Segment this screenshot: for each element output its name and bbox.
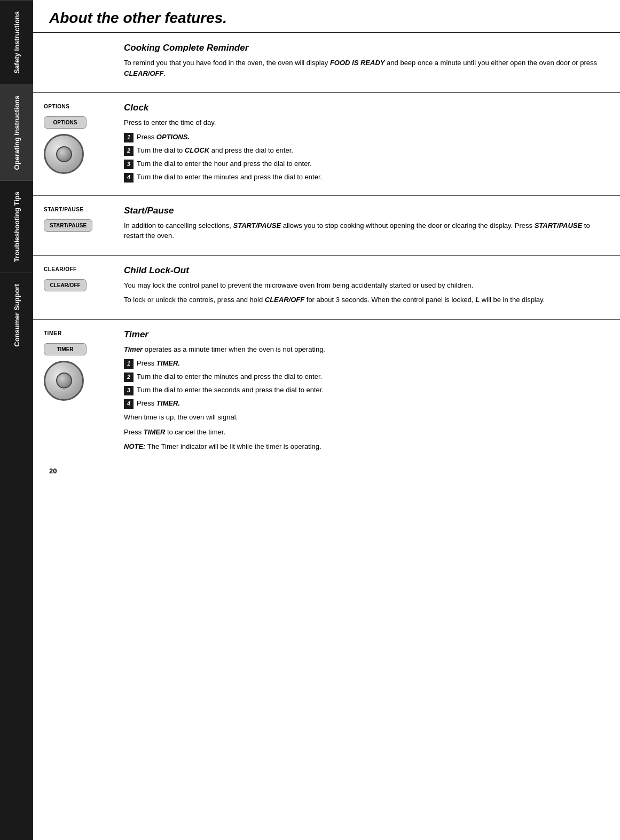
timer-step-2: 2 Turn the dial to enter the minutes and…: [124, 372, 609, 382]
timer-cancel: Press TIMER to cancel the timer.: [124, 427, 609, 438]
page-number: 20: [33, 462, 620, 480]
child-lock-para2: To lock or unlock the controls, press an…: [124, 295, 609, 305]
main-content: About the other features. Cooking Comple…: [33, 0, 620, 840]
clock-title: Clock: [124, 102, 609, 113]
cooking-complete-icon-col: [44, 43, 119, 44]
cooking-complete-title: Cooking Complete Reminder: [124, 43, 609, 53]
timer-steps: 1 Press TIMER. 2 Turn the dial to enter …: [124, 359, 609, 409]
child-lock-icon-col: CLEAR/OFF CLEAR/OFF: [44, 265, 119, 291]
clock-dial-inner: [56, 146, 72, 162]
clock-step-3: 3 Turn the dial to enter the hour and pr…: [124, 159, 609, 169]
sidebar-item-troubleshooting[interactable]: Troubleshooting Tips: [0, 180, 33, 273]
sidebar-item-operating[interactable]: Operating Instructions: [0, 84, 33, 180]
timer-step-3: 3 Turn the dial to enter the seconds and…: [124, 385, 609, 395]
timer-when-done: When time is up, the oven will signal.: [124, 412, 609, 423]
section-child-lock: CLEAR/OFF CLEAR/OFF Child Lock-Out You m…: [33, 256, 620, 320]
timer-dial-inner: [56, 373, 72, 389]
clock-steps: 1 Press OPTIONS. 2 Turn the dial to CLOC…: [124, 132, 609, 183]
section-cooking-complete: Cooking Complete Reminder To remind you …: [33, 33, 620, 93]
section-start-pause: START/PAUSE START/PAUSE Start/Pause In a…: [33, 196, 620, 256]
sidebar-item-safety[interactable]: Safety Instructions: [0, 0, 33, 84]
child-lock-para1: You may lock the control panel to preven…: [124, 280, 609, 291]
start-pause-button[interactable]: START/PAUSE: [44, 219, 92, 232]
clock-step-4: 4 Turn the dial to enter the minutes and…: [124, 172, 609, 183]
section-timer: TIMER TIMER Timer Timer operates as a mi…: [33, 320, 620, 462]
options-button-label: OPTIONS: [44, 104, 70, 109]
sidebar: Safety Instructions Operating Instructio…: [0, 0, 33, 840]
section-clock: OPTIONS OPTIONS Clock Press to enter the…: [33, 93, 620, 196]
clear-off-button-label: CLEAR/OFF: [44, 266, 77, 272]
timer-step-1: 1 Press TIMER.: [124, 359, 609, 369]
timer-note: NOTE: The Timer indicator will be lit wh…: [124, 441, 609, 452]
clear-off-button[interactable]: CLEAR/OFF: [44, 279, 87, 291]
start-pause-icon-col: START/PAUSE START/PAUSE: [44, 205, 119, 232]
cooking-complete-text: To remind you that you have food in the …: [124, 58, 609, 78]
timer-step-4: 4 Press TIMER.: [124, 399, 609, 409]
timer-button-label: TIMER: [44, 330, 62, 336]
start-pause-button-label: START/PAUSE: [44, 207, 84, 212]
options-button[interactable]: OPTIONS: [44, 116, 87, 129]
timer-intro: Timer operates as a minute timer when th…: [124, 344, 609, 355]
timer-dial[interactable]: [44, 361, 84, 401]
clock-icon-col: OPTIONS OPTIONS: [44, 102, 119, 174]
clock-step-1: 1 Press OPTIONS.: [124, 132, 609, 142]
clock-dial[interactable]: [44, 134, 84, 174]
start-pause-content: Start/Pause In addition to cancelling se…: [119, 205, 609, 245]
clock-step-2: 2 Turn the dial to CLOCK and press the d…: [124, 146, 609, 156]
page-title: About the other features.: [33, 0, 620, 33]
start-pause-title: Start/Pause: [124, 205, 609, 216]
child-lock-title: Child Lock-Out: [124, 265, 609, 276]
timer-icon-col: TIMER TIMER: [44, 329, 119, 401]
timer-title: Timer: [124, 329, 609, 340]
sidebar-item-consumer[interactable]: Consumer Support: [0, 273, 33, 358]
start-pause-text: In addition to cancelling selections, ST…: [124, 220, 609, 241]
cooking-complete-content: Cooking Complete Reminder To remind you …: [119, 43, 609, 83]
clock-content: Clock Press to enter the time of day. 1 …: [119, 102, 609, 186]
clock-subtitle: Press to enter the time of day.: [124, 117, 609, 128]
child-lock-content: Child Lock-Out You may lock the control …: [119, 265, 609, 310]
timer-content: Timer Timer operates as a minute timer w…: [119, 329, 609, 452]
timer-button[interactable]: TIMER: [44, 343, 87, 355]
